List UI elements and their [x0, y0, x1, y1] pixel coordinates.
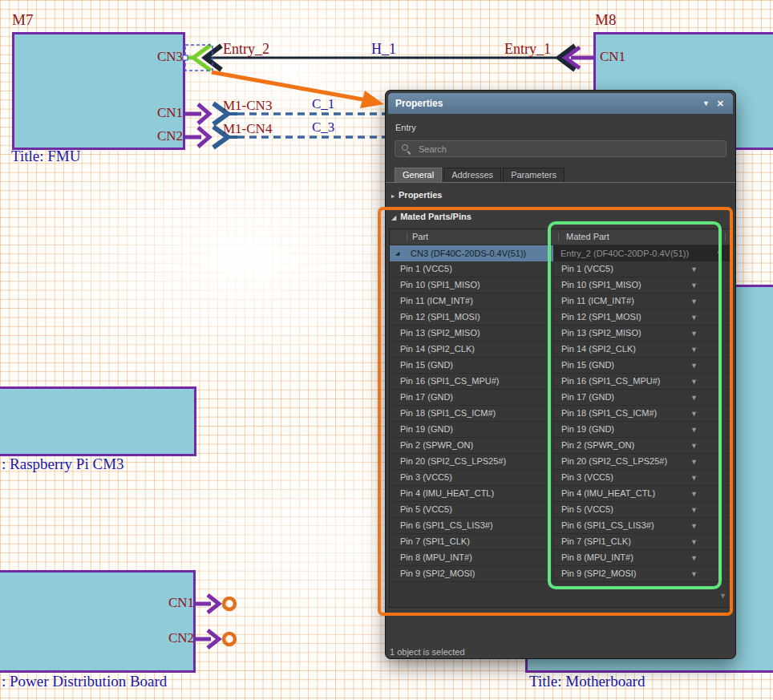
chevron-down-icon[interactable]: ▼: [690, 470, 698, 486]
table-row[interactable]: Pin 5 (VCC5) Pin 5 (VCC5) ▼: [390, 502, 731, 518]
row-expanded-icon[interactable]: ◢: [395, 245, 399, 261]
designator-m7[interactable]: M7: [12, 12, 33, 29]
table-row[interactable]: Pin 18 (SPI1_CS_ICM#) Pin 18 (SPI1_CS_IC…: [390, 406, 731, 422]
net-label-m1cn3[interactable]: M1-CN3: [223, 99, 272, 114]
table-row[interactable]: Pin 10 (SPI1_MISO) Pin 10 (SPI1_MISO) ▼: [390, 277, 731, 293]
chevron-down-icon[interactable]: ▼: [690, 486, 698, 502]
pin-part-cell[interactable]: Pin 15 (GND): [390, 358, 553, 373]
net-label-c1[interactable]: C_1: [312, 97, 334, 112]
table-row[interactable]: Pin 1 (VCC5) Pin 1 (VCC5) ▼: [390, 261, 731, 277]
pin-part-cell[interactable]: Pin 20 (SPI2_CS_LPS25#): [390, 454, 553, 469]
pin-part-cell[interactable]: Pin 2 (SPWR_ON): [390, 438, 553, 453]
pin-part-cell[interactable]: Pin 3 (VCC5): [390, 470, 553, 485]
pin-mated-cell[interactable]: Pin 19 (GND) ▼: [553, 422, 731, 437]
pin-part-cell[interactable]: Pin 1 (VCC5): [390, 261, 553, 277]
scroll-down-icon[interactable]: ▼: [719, 592, 726, 600]
title-fmu[interactable]: Title: FMU: [11, 148, 80, 165]
chevron-down-icon[interactable]: ▼: [690, 310, 698, 326]
table-row[interactable]: Pin 12 (SPI1_MOSI) Pin 12 (SPI1_MOSI) ▼: [390, 310, 731, 326]
table-row[interactable]: Pin 2 (SPWR_ON) Pin 2 (SPWR_ON) ▼: [390, 438, 731, 454]
pin-part-cell[interactable]: Pin 12 (SPI1_MOSI): [390, 310, 553, 325]
pin-mated-cell[interactable]: Pin 9 (SPI2_MOSI) ▼: [553, 566, 731, 581]
pin-mated-cell[interactable]: Pin 14 (SPI2_CLK) ▼: [553, 342, 731, 357]
pin-mated-cell[interactable]: Pin 11 (ICM_INT#) ▼: [553, 293, 731, 309]
chevron-down-icon[interactable]: ▼: [690, 342, 698, 358]
chevron-down-icon[interactable]: ▼: [690, 422, 698, 438]
net-label-c3[interactable]: C_3: [312, 120, 334, 136]
tab-addresses[interactable]: Addresses: [443, 168, 501, 182]
pin-mated-cell[interactable]: Pin 4 (IMU_HEAT_CTL) ▼: [553, 486, 731, 501]
port-label-pdb-cn1[interactable]: CN1: [162, 596, 194, 611]
net-label-m1cn4[interactable]: M1-CN4: [223, 122, 272, 137]
net-label-entry2[interactable]: Entry_2: [223, 42, 269, 58]
section-mated-parts[interactable]: ◢Mated Parts/Pins: [391, 212, 471, 221]
chevron-down-icon[interactable]: ▼: [690, 277, 698, 293]
chevron-down-icon[interactable]: ▼: [690, 550, 698, 566]
table-row[interactable]: Pin 19 (GND) Pin 19 (GND) ▼: [390, 422, 731, 438]
pin-part-cell[interactable]: Pin 6 (SPI1_CS_LIS3#): [390, 518, 553, 533]
pin-part-cell[interactable]: Pin 16 (SPI1_CS_MPU#): [390, 374, 553, 389]
chevron-down-icon[interactable]: ▼: [690, 293, 698, 310]
pin-mated-cell[interactable]: Pin 12 (SPI1_MOSI) ▼: [553, 310, 731, 325]
pin-part-cell[interactable]: Pin 7 (SPI1_CLK): [390, 534, 553, 549]
search-input[interactable]: [417, 144, 726, 155]
pin-part-cell[interactable]: Pin 8 (MPU_INT#): [390, 550, 553, 565]
pin-mated-cell[interactable]: Pin 8 (MPU_INT#) ▼: [553, 550, 731, 565]
selection-handle[interactable]: [183, 55, 188, 60]
pin-part-cell[interactable]: Pin 5 (VCC5): [390, 502, 553, 517]
connector-mated-cell[interactable]: Entry_2 (DF40C-20DP-0.4V(51)) ▼: [553, 245, 731, 261]
pin-part-cell[interactable]: Pin 18 (SPI1_CS_ICM#): [390, 406, 553, 421]
chevron-down-icon[interactable]: ▼: [690, 454, 698, 470]
chevron-down-icon[interactable]: ▼: [690, 534, 698, 550]
pin-mated-cell[interactable]: Pin 2 (SPWR_ON) ▼: [553, 438, 731, 453]
net-label-entry1[interactable]: Entry_1: [504, 42, 551, 58]
table-row[interactable]: Pin 3 (VCC5) Pin 3 (VCC5) ▼: [390, 470, 731, 486]
port-label-m7-cn1[interactable]: CN1: [148, 106, 183, 121]
panel-header[interactable]: Properties ▼ ✕: [388, 93, 733, 114]
title-raspberry-pi[interactable]: : Raspberry Pi CM3: [2, 456, 124, 473]
table-row[interactable]: Pin 17 (GND) Pin 17 (GND) ▼: [390, 390, 731, 406]
title-motherboard[interactable]: Title: Motherboard: [529, 674, 645, 690]
chevron-down-icon[interactable]: ▼: [690, 406, 698, 422]
pin-mated-cell[interactable]: Pin 1 (VCC5) ▼: [553, 261, 731, 277]
pin-part-cell[interactable]: Pin 10 (SPI1_MISO): [390, 277, 553, 293]
pin-mated-cell[interactable]: Pin 10 (SPI1_MISO) ▼: [553, 277, 731, 293]
table-row-connector-selected[interactable]: ◢ CN3 (DF40C-20DS-0.4V(51)) Entry_2 (DF4…: [390, 245, 731, 261]
chevron-down-icon[interactable]: ▼: [690, 374, 698, 390]
port-label-m7-cn3[interactable]: CN3: [148, 50, 183, 65]
pin-part-cell[interactable]: Pin 11 (ICM_INT#): [390, 293, 553, 309]
triangle-expanded-icon[interactable]: ◢: [391, 214, 396, 221]
table-row[interactable]: Pin 13 (SPI2_MISO) Pin 13 (SPI2_MISO) ▼: [390, 326, 731, 342]
pin-part-cell[interactable]: Pin 14 (SPI2_CLK): [390, 342, 553, 357]
pin-mated-cell[interactable]: Pin 15 (GND) ▼: [553, 358, 731, 373]
pin-part-cell[interactable]: Pin 4 (IMU_HEAT_CTL): [390, 486, 553, 501]
net-label-h1[interactable]: H_1: [371, 42, 396, 58]
table-row[interactable]: Pin 7 (SPI1_CLK) Pin 7 (SPI1_CLK) ▼: [390, 534, 731, 550]
tab-general[interactable]: General: [395, 168, 442, 182]
pin-mated-cell[interactable]: Pin 7 (SPI1_CLK) ▼: [553, 534, 731, 549]
table-row[interactable]: Pin 9 (SPI2_MOSI) Pin 9 (SPI2_MOSI) ▼: [390, 566, 731, 582]
pin-mated-cell[interactable]: Pin 6 (SPI1_CS_LIS3#) ▼: [553, 518, 731, 533]
table-row[interactable]: Pin 6 (SPI1_CS_LIS3#) Pin 6 (SPI1_CS_LIS…: [390, 518, 731, 534]
schematic-canvas[interactable]: M7 M8 Title: FMU : Raspberry Pi CM3 : Po…: [0, 0, 773, 700]
column-header-mated-part[interactable]: Mated Part: [553, 229, 731, 245]
table-row[interactable]: Pin 16 (SPI1_CS_MPU#) Pin 16 (SPI1_CS_MP…: [390, 374, 731, 390]
table-row[interactable]: Pin 8 (MPU_INT#) Pin 8 (MPU_INT#) ▼: [390, 550, 731, 566]
tab-parameters[interactable]: Parameters: [503, 168, 565, 182]
chevron-down-icon[interactable]: ▼: [716, 245, 723, 261]
pin-part-cell[interactable]: Pin 17 (GND): [390, 390, 553, 405]
port-label-m7-cn2[interactable]: CN2: [148, 129, 183, 144]
pdb-cn2-no-connect-ring-icon[interactable]: [224, 633, 235, 645]
pin-part-cell[interactable]: Pin 13 (SPI2_MISO): [390, 326, 553, 341]
chevron-down-icon[interactable]: ▼: [690, 326, 698, 342]
close-icon[interactable]: ✕: [717, 93, 724, 114]
connector-part-cell[interactable]: ◢ CN3 (DF40C-20DS-0.4V(51)): [390, 245, 553, 261]
designator-m8[interactable]: M8: [595, 12, 616, 29]
port-label-m8-cn1[interactable]: CN1: [600, 50, 625, 65]
table-row[interactable]: Pin 15 (GND) Pin 15 (GND) ▼: [390, 358, 731, 374]
pin-part-cell[interactable]: Pin 9 (SPI2_MOSI): [390, 566, 553, 581]
chevron-down-icon[interactable]: ▼: [690, 566, 698, 582]
chevron-down-icon[interactable]: ▼: [690, 261, 698, 277]
table-row[interactable]: Pin 11 (ICM_INT#) Pin 11 (ICM_INT#) ▼: [390, 293, 731, 310]
table-row[interactable]: Pin 4 (IMU_HEAT_CTL) Pin 4 (IMU_HEAT_CTL…: [390, 486, 731, 502]
